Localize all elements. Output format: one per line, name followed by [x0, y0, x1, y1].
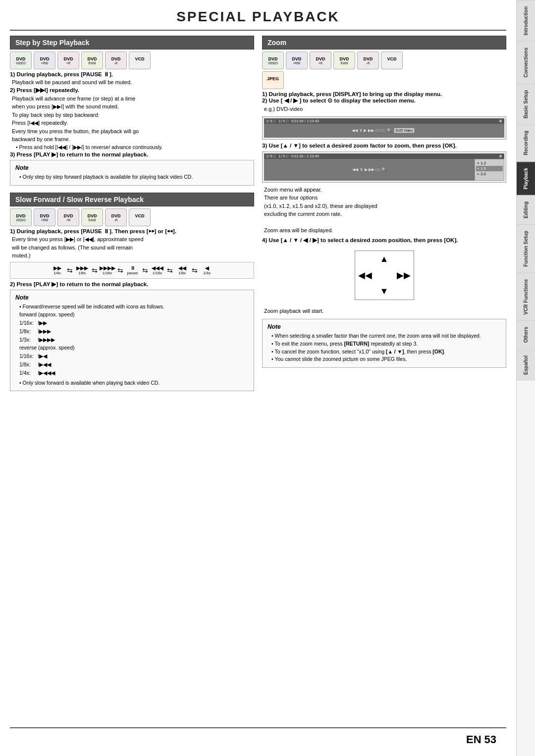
zoom-disc-dvdr: DVD +R [310, 51, 331, 69]
zoom-screen-content-1: ◀◀ ⏸ ▶ ▶▶ □□ □□ 🔍 DVD Video [264, 124, 504, 138]
step-playback-step1: 1) During playback, press [PAUSE ⏸]. Pla… [10, 71, 254, 87]
disc-icon-dvd-r: DVD +R [57, 51, 79, 69]
sidebar-tab-others[interactable]: Others [517, 320, 535, 349]
page-title-bar: SPECIAL PLAYBACK [10, 0, 506, 31]
sidebar-tab-recording[interactable]: Recording [517, 124, 535, 161]
slow-note-title: Note [15, 294, 249, 301]
slow-step2: 2) Press [PLAY ▶] to return to the norma… [10, 281, 254, 288]
zoom-step2-title: 2) Use [ ◀ / ▶ ] to select ⊙ to display … [262, 97, 506, 104]
sidebar-tab-editing[interactable]: Editing [517, 195, 535, 224]
step-playback-step2: 2) Press [▶▶I] repeatedly. Playback will… [10, 87, 254, 151]
zoom-step3-title: 3) Use [▲ / ▼] to select a desired zoom … [262, 143, 506, 149]
content-columns: Step by Step Playback DVD VIDEO DVD +RW … [0, 31, 516, 727]
zoom-position-diagram: ▲ ▼ ◀◀ ▶▶ [355, 251, 414, 300]
zoom-right-arrow: ▶▶ [397, 270, 411, 281]
zoom-screen-2: 1/ 5 □ 1/ 5 □ 0:01:00 / 1:23:45 ⊕ ◀◀ ⏸ ▶… [262, 151, 506, 183]
step-playback-note: Note Only step by step forward playback … [10, 160, 254, 186]
slow-disc-dvd: DVD VIDEO [10, 208, 32, 226]
step-playback-step3: 3) Press [PLAY ▶] to return to the norma… [10, 151, 254, 158]
zoom-step1-title: 1) During playback, press [DISPLAY] to b… [262, 91, 506, 97]
sidebar-tab-basic-setup[interactable]: Basic Setup [517, 84, 535, 124]
zoom-disc-dvdrw: DVD +RW [286, 51, 308, 69]
slow-disc-dvdminusr: DVD -R [105, 208, 127, 226]
note-body: Only step by step forward playback is av… [15, 173, 249, 181]
zoom-step1: 1) During playback, press [DISPLAY] to b… [262, 91, 506, 97]
slow-playback-header: Slow Forward / Slow Reverse Playback [10, 193, 254, 206]
slow-note-body: Forward/reverse speed will be indicated … [15, 303, 249, 387]
main-content: SPECIAL PLAYBACK Step by Step Playback D… [0, 0, 516, 756]
zoom-left-arrow: ◀◀ [358, 270, 372, 281]
zoom-step3: 3) Use [▲ / ▼] to select a desired zoom … [262, 143, 506, 149]
slow-disc-dvdram: DVD RAM [81, 208, 103, 226]
disc-icon-dvd-ram: DVD RAM [81, 51, 103, 69]
zoom-step4: 4) Use [▲ / ▼ / ◀ / ▶] to select a desir… [262, 237, 506, 244]
zoom-screen-bar-2: 1/ 5 □ 1/ 5 □ 0:01:00 / 1:23:45 ⊕ [264, 153, 504, 159]
sidebar-tab-espanol[interactable]: Español [517, 349, 535, 381]
step-playback-header: Step by Step Playback [10, 36, 254, 50]
step1-title: 1) During playback, press [PAUSE ⏸]. [10, 71, 254, 77]
slow-disc-dvdrw: DVD +RW [34, 208, 55, 226]
speed-pause: ⏸ pause [125, 265, 140, 275]
page-wrapper: SPECIAL PLAYBACK Step by Step Playback D… [0, 0, 535, 756]
slow-step1-title: 1) During playback, press [PAUSE ⏸]. The… [10, 228, 254, 234]
zoom-disc-icons: DVD VIDEO DVD +RW DVD +R DVD [262, 51, 506, 69]
speed-1-4x: ▶▶ 1/4x [50, 265, 65, 275]
speed-1-8x: ▶▶▶ 1/8x [75, 265, 90, 275]
speed-1-16x-rev: ◀◀◀ 1/16x [150, 265, 165, 275]
speed-diagram: ▶▶ 1/4x ⇆ ▶▶▶ 1/8x ⇆ ▶▶▶▶ 1/16x [10, 262, 254, 279]
zoom-options-panel: × 1.2 × 1.5 × 2.0 [475, 159, 504, 181]
slow-playback-note: Note Forward/reverse speed will be indic… [10, 290, 254, 392]
sidebar-tab-connections[interactable]: Connections [517, 41, 535, 84]
zoom-step4-title: 4) Use [▲ / ▼ / ◀ / ▶] to select a desir… [262, 237, 506, 244]
zoom-step2: 2) Use [ ◀ / ▶ ] to select ⊙ to display … [262, 97, 506, 113]
zoom-disc-icons-2: JPEG [262, 71, 506, 89]
zoom-step3-notes: Zoom menu will appear. There are four op… [262, 186, 506, 235]
step-playback-disc-icons: DVD VIDEO DVD +RW DVD +R DVD [10, 51, 254, 69]
speed-1-16x-fwd: ▶▶▶▶ 1/16x [100, 265, 115, 275]
slow-playback-section: Slow Forward / Slow Reverse Playback DVD… [10, 193, 254, 393]
zoom-disc-jpeg: JPEG [262, 71, 284, 89]
speed-1-8x-rev: ◀◀ 1/8x [175, 265, 190, 275]
left-column: Step by Step Playback DVD VIDEO DVD +RW … [10, 36, 254, 722]
slow-disc-dvdr: DVD +R [57, 208, 79, 226]
zoom-header: Zoom [262, 36, 506, 50]
step3-title: 3) Press [PLAY ▶] to return to the norma… [10, 151, 254, 158]
sidebar-right: Introduction Connections Basic Setup Rec… [516, 0, 535, 756]
sidebar-tab-vcr-functions[interactable]: VCR Functions [517, 273, 535, 321]
step-playback-section: Step by Step Playback DVD VIDEO DVD +RW … [10, 36, 254, 188]
step2-body: Playback will advance one frame (or step… [10, 95, 254, 151]
zoom-screen-1: 1/ 5 □ 1/ 5 □ 0:01:00 / 1:23:45 ⊕ ◀◀ ⏸ ▶… [262, 116, 506, 140]
zoom-disc-vcd: VCD [381, 51, 403, 69]
disc-icon-vcd: VCD [129, 51, 151, 69]
zoom-note: Note When selecting a smaller factor tha… [262, 319, 506, 368]
zoom-note-body: When selecting a smaller factor than the… [268, 332, 501, 363]
zoom-step4-note: Zoom playback will start. [262, 307, 506, 315]
sidebar-tab-function-setup[interactable]: Function Setup [517, 224, 535, 273]
zoom-note-title: Note [268, 323, 501, 330]
zoom-disc-dvdram: DVD RAM [333, 51, 355, 69]
disc-icon-dvd-rw: DVD +RW [34, 51, 55, 69]
page-title: SPECIAL PLAYBACK [10, 9, 506, 25]
slow-step1-body: Every time you press [▶▶] or [◀◀], appro… [10, 235, 254, 260]
zoom-disc-dvd: DVD VIDEO [262, 51, 284, 69]
page-footer: EN 53 [10, 727, 506, 751]
zoom-disc-dvdminusr: DVD -R [357, 51, 379, 69]
note-title: Note [15, 164, 249, 171]
sidebar-tab-introduction[interactable]: Introduction [517, 0, 535, 41]
sidebar-tab-playback[interactable]: Playback [517, 161, 535, 195]
zoom-position-container: ▲ ▼ ◀◀ ▶▶ [262, 248, 506, 303]
zoom-screen-bar-1: 1/ 5 □ 1/ 5 □ 0:01:00 / 1:23:45 ⊕ [264, 118, 504, 124]
page-number: 53 [484, 733, 496, 746]
speed-1-3x: ◀ 1/3x [200, 265, 214, 275]
step1-body: Playback will be paused and sound will b… [10, 78, 254, 87]
zoom-section: Zoom DVD VIDEO DVD +RW DVD + [262, 36, 506, 370]
disc-icon-dvd-video: DVD VIDEO [10, 51, 32, 69]
slow-step1: 1) During playback, press [PAUSE ⏸]. The… [10, 228, 254, 260]
slow-disc-vcd: VCD [129, 208, 151, 226]
slow-playback-disc-icons: DVD VIDEO DVD +RW DVD +R DVD [10, 208, 254, 226]
zoom-up-arrow: ▲ [380, 254, 389, 264]
page-en-label: EN [466, 733, 482, 746]
slow-step2-title: 2) Press [PLAY ▶] to return to the norma… [10, 281, 254, 288]
disc-icon-dvd-minus-r: DVD -R [105, 51, 127, 69]
zoom-step2-sub: e.g.) DVD-video [262, 105, 506, 113]
